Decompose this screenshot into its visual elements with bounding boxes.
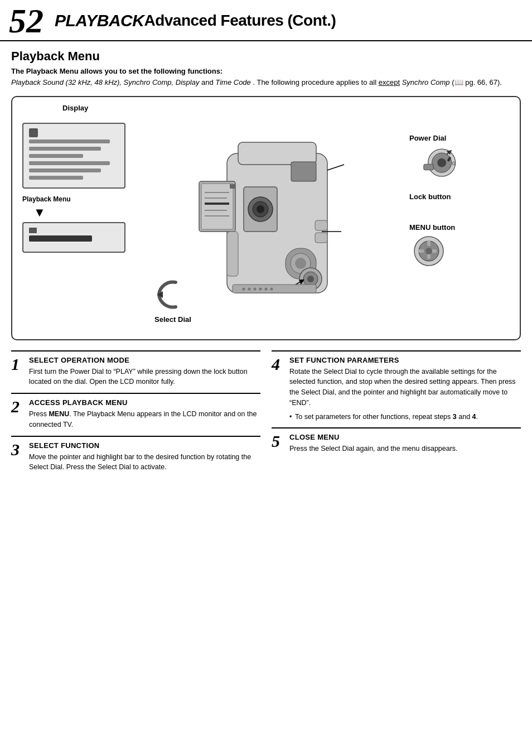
svg-point-33 <box>270 287 273 290</box>
title-italic: PLAYBACK <box>55 11 144 30</box>
step-2-number: 2 <box>11 398 25 415</box>
menu-button-icon <box>409 232 448 268</box>
step-1-body: First turn the Power Dial to “PLAY” whil… <box>29 367 260 388</box>
step-5-heading: CLOSE MENU <box>289 433 458 441</box>
step-2-content: ACCESS PLAYBACK MENU Press MENU. The Pla… <box>29 398 260 430</box>
lock-button-label: Lock button <box>409 192 451 201</box>
svg-text:G: G <box>452 161 456 166</box>
steps-grid: 1 SELECT OPERATION MODE First turn the P… <box>11 350 521 479</box>
left-col: 1 SELECT OPERATION MODE First turn the P… <box>11 350 260 479</box>
svg-rect-26 <box>227 232 238 276</box>
intro-text: Playback Sound (32 kHz, 48 kHz), Synchro… <box>11 77 521 88</box>
step-4-number: 4 <box>272 356 285 373</box>
svg-point-5 <box>257 205 264 213</box>
svg-rect-1 <box>238 142 316 165</box>
step-1-block: 1 SELECT OPERATION MODE First turn the P… <box>11 350 260 393</box>
lcd-line-6 <box>29 176 83 180</box>
right-col: 4 SET FUNCTION PARAMETERS Rotate the Sel… <box>272 350 521 479</box>
step-4-bold-3: 3 <box>453 413 457 421</box>
menu-button-label: MENU button <box>409 223 455 232</box>
step-4-content: SET FUNCTION PARAMETERS Rotate the Selec… <box>289 356 521 422</box>
lcd-section: Playback Menu ▼ <box>22 123 145 253</box>
svg-rect-17 <box>230 184 235 189</box>
playback-menu-label: Playback Menu <box>22 195 71 203</box>
arrow-down-icon: ▼ <box>33 205 46 220</box>
step-4-heading: SET FUNCTION PARAMETERS <box>289 356 521 364</box>
menu-button-section: MENU button <box>409 223 455 270</box>
lcd2-icon <box>29 228 37 233</box>
diagram-inner: Playback Menu ▼ <box>22 117 510 329</box>
right-labels: Power Dial <box>409 117 510 270</box>
intro-text-rest: . The following procedure applies to all <box>253 78 378 86</box>
intro-except: except <box>379 78 400 86</box>
lcd-line-3 <box>29 154 83 158</box>
intro-bold: The Playback Menu allows you to set the … <box>11 67 521 75</box>
step-5-number: 5 <box>272 433 285 450</box>
svg-point-9 <box>295 258 306 269</box>
display-label: Display <box>62 104 88 112</box>
svg-rect-18 <box>315 220 327 230</box>
power-dial-label: Power Dial <box>409 134 460 142</box>
step-5-body: Press the Select Dial again, and the men… <box>289 444 458 454</box>
select-dial-label: Select Dial <box>151 315 195 324</box>
svg-line-24 <box>327 165 344 170</box>
power-dial-block: Power Dial <box>409 134 460 187</box>
section-title: Playback Menu <box>11 49 521 64</box>
diagram-box: Display Playback Menu ▼ <box>11 96 521 340</box>
svg-rect-27 <box>233 285 316 293</box>
step-4-body: Rotate the Select Dial to cycle through … <box>289 367 521 408</box>
step-5-block: 5 CLOSE MENU Press the Select Dial again… <box>272 427 521 460</box>
power-dial-icon: G <box>409 146 460 185</box>
svg-point-22 <box>307 276 314 282</box>
page-number: 52 <box>9 3 43 38</box>
svg-rect-19 <box>315 233 327 243</box>
intro-italic-sound: Playback Sound (32 kHz, 48 kHz), Synchro… <box>11 78 199 86</box>
step-2-heading: ACCESS PLAYBACK MENU <box>29 398 260 407</box>
step-4-bold-4: 4 <box>472 413 476 421</box>
page-header: 52 PLAYBACK Advanced Features (Cont.) <box>0 0 532 41</box>
step-4-block: 4 SET FUNCTION PARAMETERS Rotate the Sel… <box>272 350 521 428</box>
step-3-number: 3 <box>11 441 25 458</box>
camera-section: Select Dial <box>145 117 409 329</box>
lcd-line-4 <box>29 161 110 165</box>
step-1-content: SELECT OPERATION MODE First turn the Pow… <box>29 356 260 388</box>
intro-italic-timecode: Time Code <box>215 78 250 86</box>
svg-rect-45 <box>418 249 424 253</box>
intro-ref: (📖 pg. 66, 67). <box>452 78 502 86</box>
svg-rect-11 <box>201 184 233 229</box>
step-3-body: Move the pointer and highlight bar to th… <box>29 452 260 473</box>
step-2-block: 2 ACCESS PLAYBACK MENU Press MENU. The P… <box>11 393 260 436</box>
svg-rect-43 <box>427 240 431 246</box>
svg-point-29 <box>248 287 251 290</box>
select-dial-icon <box>151 277 195 313</box>
step-2-menu-bold: MENU <box>49 410 69 418</box>
svg-point-32 <box>265 287 268 290</box>
svg-point-31 <box>259 287 262 290</box>
intro-and: and <box>201 78 215 86</box>
lcd-icon <box>29 128 38 137</box>
svg-rect-6 <box>291 162 316 181</box>
step-4-bullet: To set parameters for other functions, r… <box>289 412 521 422</box>
step-3-block: 3 SELECT FUNCTION Move the pointer and h… <box>11 436 260 479</box>
step-1-number: 1 <box>11 356 25 373</box>
intro-synchro: Synchro Comp <box>402 78 450 86</box>
lcd-screen-bottom <box>22 222 125 253</box>
camera-svg <box>194 120 361 326</box>
lcd-line-5 <box>29 168 101 172</box>
lcd-screen-top <box>22 123 125 189</box>
select-dial-section: Select Dial <box>151 277 195 324</box>
svg-point-37 <box>437 158 446 167</box>
lcd-line-1 <box>29 139 110 143</box>
step-5-content: CLOSE MENU Press the Select Dial again, … <box>289 433 458 454</box>
step-1-heading: SELECT OPERATION MODE <box>29 356 260 364</box>
svg-point-47 <box>425 248 432 254</box>
page-content: Playback Menu The Playback Menu allows y… <box>0 41 532 489</box>
page-title: PLAYBACK Advanced Features (Cont.) <box>55 3 336 38</box>
step-3-content: SELECT FUNCTION Move the pointer and hig… <box>29 441 260 473</box>
step-2-body: Press MENU. The Playback Menu appears in… <box>29 409 260 430</box>
lcd-line-2 <box>29 147 101 151</box>
svg-point-28 <box>243 287 245 290</box>
step-3-heading: SELECT FUNCTION <box>29 441 260 450</box>
svg-point-30 <box>254 287 257 290</box>
title-rest: Advanced Features (Cont.) <box>144 12 336 30</box>
